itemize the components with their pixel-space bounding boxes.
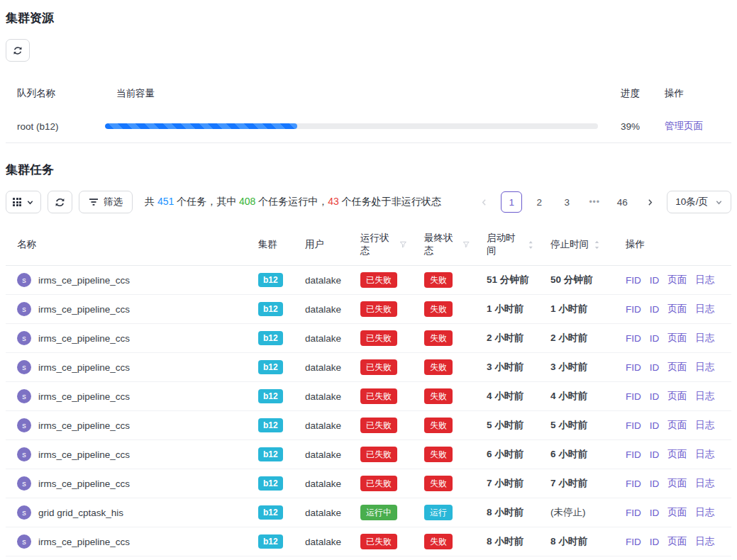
column-settings-button[interactable] — [6, 191, 41, 213]
action-link-page[interactable]: 页面 — [667, 274, 687, 286]
action-link-log[interactable]: 日志 — [695, 332, 714, 345]
action-link-log[interactable]: 日志 — [695, 361, 714, 374]
user-name: datalake — [294, 508, 349, 518]
cluster-badge: b12 — [258, 360, 283, 374]
running-count: 408 — [239, 196, 255, 207]
action-link-id[interactable]: ID — [650, 275, 660, 286]
filter-funnel-icon[interactable] — [462, 240, 470, 249]
action-link-id[interactable]: ID — [650, 420, 660, 431]
action-link-page[interactable]: 页面 — [667, 535, 687, 548]
action-link-fid[interactable]: FID — [626, 508, 641, 518]
pagination-top: 123•••4610条/页 — [473, 191, 731, 213]
action-link-id[interactable]: ID — [650, 508, 660, 518]
action-link-fid[interactable]: FID — [626, 478, 641, 489]
row-actions: FIDID页面日志 — [614, 419, 731, 432]
action-link-page[interactable]: 页面 — [667, 448, 687, 461]
pagination-page-3[interactable]: 3 — [556, 191, 577, 213]
task-name: irms_ce_pipeline_ccs — [38, 449, 130, 460]
action-link-page[interactable]: 页面 — [667, 361, 687, 374]
capacity-progress-bar — [105, 123, 297, 129]
final-status-badge: 失败 — [424, 330, 453, 345]
pagination-page-46[interactable]: 46 — [611, 191, 633, 213]
action-link-fid[interactable]: FID — [626, 275, 641, 286]
filter-button[interactable]: 筛选 — [79, 191, 133, 213]
table-row: s irms_ce_pipeline_ccs b12 datalake 已失败 … — [6, 324, 731, 353]
start-time: 2 小时前 — [475, 332, 539, 345]
action-link-fid[interactable]: FID — [626, 333, 641, 344]
action-link-page[interactable]: 页面 — [667, 332, 687, 345]
run-status-badge: 已失败 — [360, 418, 397, 432]
resources-table-row: root (b12) 39% 管理页面 — [6, 110, 731, 143]
user-name: datalake — [294, 478, 349, 489]
start-time: 51 分钟前 — [475, 274, 539, 286]
action-link-id[interactable]: ID — [650, 478, 660, 489]
tasks-title: 集群任务 — [6, 162, 731, 178]
action-link-page[interactable]: 页面 — [667, 506, 687, 519]
cluster-badge: b12 — [258, 447, 283, 461]
pagination-page-2[interactable]: 2 — [528, 191, 550, 213]
action-link-page[interactable]: 页面 — [667, 419, 687, 432]
user-name: datalake — [294, 537, 349, 547]
final-status-badge: 失败 — [424, 388, 453, 403]
action-link-id[interactable]: ID — [650, 391, 660, 402]
action-link-id[interactable]: ID — [650, 537, 660, 547]
task-type-avatar: s — [17, 418, 31, 432]
task-type-avatar: s — [17, 447, 31, 461]
row-actions: FIDID页面日志 — [614, 535, 731, 548]
col-start-time: 启动时间 — [475, 224, 539, 265]
tasks-table-body: s irms_ce_pipeline_ccs b12 datalake 已失败 … — [6, 266, 731, 556]
action-link-log[interactable]: 日志 — [695, 274, 714, 286]
task-name: irms_ce_pipeline_ccs — [38, 391, 130, 402]
task-type-avatar: s — [17, 273, 31, 287]
task-type-avatar: s — [17, 534, 31, 549]
run-status-badge: 已失败 — [360, 272, 397, 287]
table-row: s irms_ce_pipeline_ccs b12 datalake 已失败 … — [6, 266, 731, 295]
action-link-log[interactable]: 日志 — [695, 303, 714, 315]
action-link-page[interactable]: 页面 — [667, 477, 687, 490]
page-size-select[interactable]: 10条/页 — [667, 191, 731, 213]
sorter-icon[interactable] — [594, 240, 600, 250]
action-link-fid[interactable]: FID — [626, 420, 641, 431]
action-link-id[interactable]: ID — [650, 362, 660, 373]
sorter-icon[interactable] — [528, 240, 533, 250]
pagination-ellipsis[interactable]: ••• — [584, 191, 605, 213]
table-row: s irms_ce_pipeline_ccs b12 datalake 已失败 … — [6, 527, 731, 556]
action-link-log[interactable]: 日志 — [695, 390, 714, 403]
start-time: 7 小时前 — [475, 477, 539, 490]
action-link-page[interactable]: 页面 — [667, 303, 687, 315]
action-link-log[interactable]: 日志 — [695, 506, 714, 519]
action-link-id[interactable]: ID — [650, 304, 660, 315]
table-row: s irms_ce_pipeline_ccs b12 datalake 已失败 … — [6, 382, 731, 411]
manage-page-link[interactable]: 管理页面 — [665, 121, 703, 131]
action-link-fid[interactable]: FID — [626, 449, 641, 460]
action-link-fid[interactable]: FID — [626, 362, 641, 373]
tasks-refresh-button[interactable] — [48, 191, 72, 213]
action-link-log[interactable]: 日志 — [695, 419, 714, 432]
filter-funnel-icon[interactable] — [399, 240, 407, 249]
action-link-log[interactable]: 日志 — [695, 477, 714, 490]
action-link-fid[interactable]: FID — [626, 391, 641, 402]
cluster-badge: b12 — [258, 389, 283, 403]
run-status-badge: 运行中 — [360, 505, 397, 520]
chevron-left-icon — [480, 198, 488, 206]
action-link-id[interactable]: ID — [650, 449, 660, 460]
user-name: datalake — [294, 420, 349, 431]
task-name: irms_ce_pipeline_ccs — [38, 333, 130, 344]
total-count: 451 — [157, 196, 174, 207]
cluster-resources-section: 集群资源 队列名称 当前容量 进度 操作 root (b12) 39% 管理页面 — [6, 10, 731, 143]
run-status-badge: 已失败 — [360, 301, 397, 316]
action-link-log[interactable]: 日志 — [695, 535, 714, 548]
action-link-id[interactable]: ID — [650, 333, 660, 344]
action-link-fid[interactable]: FID — [626, 304, 641, 315]
action-link-fid[interactable]: FID — [626, 537, 641, 547]
pagination-next[interactable] — [639, 191, 660, 213]
start-time: 5 小时前 — [475, 419, 539, 432]
pagination-page-1[interactable]: 1 — [501, 191, 522, 213]
resources-refresh-button[interactable] — [6, 39, 30, 62]
cluster-badge: b12 — [258, 476, 283, 491]
user-name: datalake — [294, 275, 349, 286]
row-actions: FIDID页面日志 — [614, 361, 731, 374]
task-type-avatar: s — [17, 476, 31, 491]
action-link-log[interactable]: 日志 — [695, 448, 714, 461]
action-link-page[interactable]: 页面 — [667, 390, 687, 403]
